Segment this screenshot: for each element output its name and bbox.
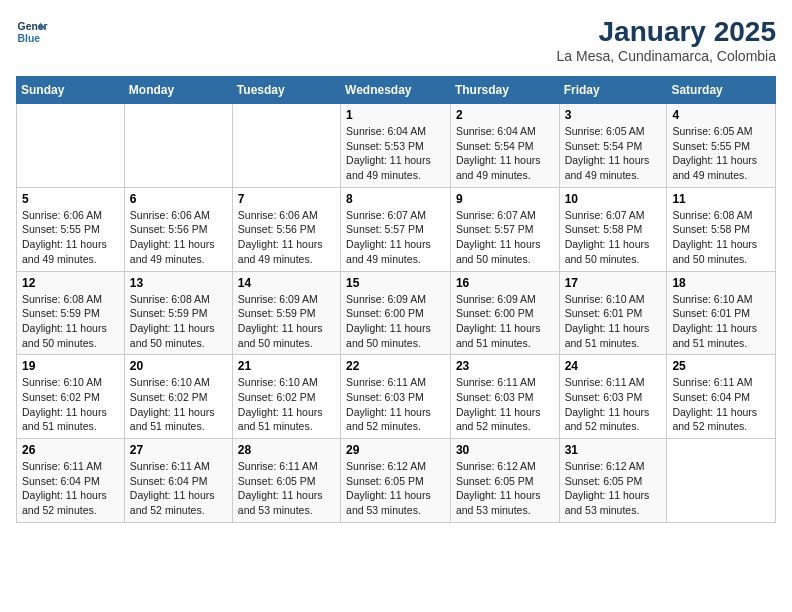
- calendar-cell: 3Sunrise: 6:05 AMSunset: 5:54 PMDaylight…: [559, 104, 667, 188]
- weekday-header: Thursday: [450, 77, 559, 104]
- calendar-cell: 20Sunrise: 6:10 AMSunset: 6:02 PMDayligh…: [124, 355, 232, 439]
- day-number: 1: [346, 108, 445, 122]
- weekday-header: Tuesday: [232, 77, 340, 104]
- calendar-cell: 28Sunrise: 6:11 AMSunset: 6:05 PMDayligh…: [232, 439, 340, 523]
- calendar-cell: 17Sunrise: 6:10 AMSunset: 6:01 PMDayligh…: [559, 271, 667, 355]
- weekday-header: Wednesday: [341, 77, 451, 104]
- weekday-header-row: SundayMondayTuesdayWednesdayThursdayFrid…: [17, 77, 776, 104]
- day-info: Sunrise: 6:08 AMSunset: 5:59 PMDaylight:…: [130, 292, 227, 351]
- calendar-cell: 9Sunrise: 6:07 AMSunset: 5:57 PMDaylight…: [450, 187, 559, 271]
- calendar-cell: 30Sunrise: 6:12 AMSunset: 6:05 PMDayligh…: [450, 439, 559, 523]
- calendar-cell: 19Sunrise: 6:10 AMSunset: 6:02 PMDayligh…: [17, 355, 125, 439]
- day-info: Sunrise: 6:11 AMSunset: 6:04 PMDaylight:…: [672, 375, 770, 434]
- svg-text:Blue: Blue: [18, 33, 41, 44]
- weekday-header: Monday: [124, 77, 232, 104]
- day-info: Sunrise: 6:10 AMSunset: 6:01 PMDaylight:…: [672, 292, 770, 351]
- calendar-week-row: 26Sunrise: 6:11 AMSunset: 6:04 PMDayligh…: [17, 439, 776, 523]
- calendar-cell: 14Sunrise: 6:09 AMSunset: 5:59 PMDayligh…: [232, 271, 340, 355]
- day-info: Sunrise: 6:11 AMSunset: 6:03 PMDaylight:…: [565, 375, 662, 434]
- day-number: 14: [238, 276, 335, 290]
- day-number: 26: [22, 443, 119, 457]
- day-info: Sunrise: 6:05 AMSunset: 5:55 PMDaylight:…: [672, 124, 770, 183]
- calendar-cell: 8Sunrise: 6:07 AMSunset: 5:57 PMDaylight…: [341, 187, 451, 271]
- day-number: 23: [456, 359, 554, 373]
- calendar-cell: 25Sunrise: 6:11 AMSunset: 6:04 PMDayligh…: [667, 355, 776, 439]
- day-number: 16: [456, 276, 554, 290]
- calendar-cell: 4Sunrise: 6:05 AMSunset: 5:55 PMDaylight…: [667, 104, 776, 188]
- day-info: Sunrise: 6:12 AMSunset: 6:05 PMDaylight:…: [456, 459, 554, 518]
- calendar-cell: 27Sunrise: 6:11 AMSunset: 6:04 PMDayligh…: [124, 439, 232, 523]
- day-number: 25: [672, 359, 770, 373]
- day-info: Sunrise: 6:08 AMSunset: 5:58 PMDaylight:…: [672, 208, 770, 267]
- weekday-header: Sunday: [17, 77, 125, 104]
- calendar-cell: 29Sunrise: 6:12 AMSunset: 6:05 PMDayligh…: [341, 439, 451, 523]
- day-info: Sunrise: 6:04 AMSunset: 5:54 PMDaylight:…: [456, 124, 554, 183]
- day-number: 8: [346, 192, 445, 206]
- day-number: 28: [238, 443, 335, 457]
- day-info: Sunrise: 6:07 AMSunset: 5:57 PMDaylight:…: [456, 208, 554, 267]
- day-number: 2: [456, 108, 554, 122]
- day-number: 12: [22, 276, 119, 290]
- day-info: Sunrise: 6:11 AMSunset: 6:05 PMDaylight:…: [238, 459, 335, 518]
- logo-icon: General Blue: [16, 16, 48, 48]
- calendar-cell: 18Sunrise: 6:10 AMSunset: 6:01 PMDayligh…: [667, 271, 776, 355]
- day-info: Sunrise: 6:11 AMSunset: 6:03 PMDaylight:…: [456, 375, 554, 434]
- calendar-cell: 31Sunrise: 6:12 AMSunset: 6:05 PMDayligh…: [559, 439, 667, 523]
- calendar-cell: 1Sunrise: 6:04 AMSunset: 5:53 PMDaylight…: [341, 104, 451, 188]
- calendar-cell: 16Sunrise: 6:09 AMSunset: 6:00 PMDayligh…: [450, 271, 559, 355]
- day-info: Sunrise: 6:06 AMSunset: 5:56 PMDaylight:…: [238, 208, 335, 267]
- day-info: Sunrise: 6:06 AMSunset: 5:55 PMDaylight:…: [22, 208, 119, 267]
- day-info: Sunrise: 6:08 AMSunset: 5:59 PMDaylight:…: [22, 292, 119, 351]
- day-info: Sunrise: 6:11 AMSunset: 6:04 PMDaylight:…: [130, 459, 227, 518]
- day-info: Sunrise: 6:10 AMSunset: 6:02 PMDaylight:…: [130, 375, 227, 434]
- day-number: 24: [565, 359, 662, 373]
- day-number: 20: [130, 359, 227, 373]
- day-info: Sunrise: 6:05 AMSunset: 5:54 PMDaylight:…: [565, 124, 662, 183]
- day-number: 9: [456, 192, 554, 206]
- calendar-week-row: 5Sunrise: 6:06 AMSunset: 5:55 PMDaylight…: [17, 187, 776, 271]
- day-info: Sunrise: 6:07 AMSunset: 5:57 PMDaylight:…: [346, 208, 445, 267]
- calendar-cell: 6Sunrise: 6:06 AMSunset: 5:56 PMDaylight…: [124, 187, 232, 271]
- day-info: Sunrise: 6:09 AMSunset: 6:00 PMDaylight:…: [346, 292, 445, 351]
- day-number: 6: [130, 192, 227, 206]
- calendar-subtitle: La Mesa, Cundinamarca, Colombia: [557, 48, 776, 64]
- calendar-cell: 2Sunrise: 6:04 AMSunset: 5:54 PMDaylight…: [450, 104, 559, 188]
- calendar-cell: [17, 104, 125, 188]
- calendar-week-row: 19Sunrise: 6:10 AMSunset: 6:02 PMDayligh…: [17, 355, 776, 439]
- calendar-cell: 15Sunrise: 6:09 AMSunset: 6:00 PMDayligh…: [341, 271, 451, 355]
- day-info: Sunrise: 6:10 AMSunset: 6:02 PMDaylight:…: [22, 375, 119, 434]
- day-number: 5: [22, 192, 119, 206]
- calendar-cell: 13Sunrise: 6:08 AMSunset: 5:59 PMDayligh…: [124, 271, 232, 355]
- day-info: Sunrise: 6:12 AMSunset: 6:05 PMDaylight:…: [346, 459, 445, 518]
- day-info: Sunrise: 6:12 AMSunset: 6:05 PMDaylight:…: [565, 459, 662, 518]
- day-info: Sunrise: 6:09 AMSunset: 6:00 PMDaylight:…: [456, 292, 554, 351]
- day-number: 3: [565, 108, 662, 122]
- day-info: Sunrise: 6:09 AMSunset: 5:59 PMDaylight:…: [238, 292, 335, 351]
- calendar-week-row: 12Sunrise: 6:08 AMSunset: 5:59 PMDayligh…: [17, 271, 776, 355]
- calendar-cell: 7Sunrise: 6:06 AMSunset: 5:56 PMDaylight…: [232, 187, 340, 271]
- day-info: Sunrise: 6:06 AMSunset: 5:56 PMDaylight:…: [130, 208, 227, 267]
- day-number: 18: [672, 276, 770, 290]
- calendar-cell: 12Sunrise: 6:08 AMSunset: 5:59 PMDayligh…: [17, 271, 125, 355]
- page-header: General Blue January 2025 La Mesa, Cundi…: [16, 16, 776, 64]
- calendar-cell: 5Sunrise: 6:06 AMSunset: 5:55 PMDaylight…: [17, 187, 125, 271]
- calendar-cell: [124, 104, 232, 188]
- day-number: 27: [130, 443, 227, 457]
- calendar-cell: 26Sunrise: 6:11 AMSunset: 6:04 PMDayligh…: [17, 439, 125, 523]
- day-info: Sunrise: 6:04 AMSunset: 5:53 PMDaylight:…: [346, 124, 445, 183]
- day-number: 29: [346, 443, 445, 457]
- day-info: Sunrise: 6:10 AMSunset: 6:01 PMDaylight:…: [565, 292, 662, 351]
- day-number: 21: [238, 359, 335, 373]
- day-number: 31: [565, 443, 662, 457]
- day-info: Sunrise: 6:07 AMSunset: 5:58 PMDaylight:…: [565, 208, 662, 267]
- day-info: Sunrise: 6:11 AMSunset: 6:03 PMDaylight:…: [346, 375, 445, 434]
- day-info: Sunrise: 6:11 AMSunset: 6:04 PMDaylight:…: [22, 459, 119, 518]
- day-number: 4: [672, 108, 770, 122]
- logo: General Blue: [16, 16, 48, 48]
- calendar-title: January 2025: [557, 16, 776, 48]
- calendar-cell: 24Sunrise: 6:11 AMSunset: 6:03 PMDayligh…: [559, 355, 667, 439]
- day-number: 17: [565, 276, 662, 290]
- day-number: 10: [565, 192, 662, 206]
- calendar-cell: 10Sunrise: 6:07 AMSunset: 5:58 PMDayligh…: [559, 187, 667, 271]
- day-number: 7: [238, 192, 335, 206]
